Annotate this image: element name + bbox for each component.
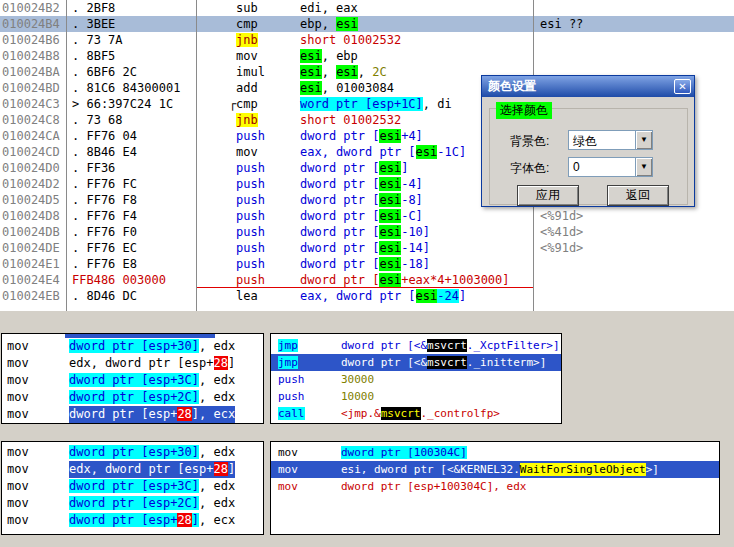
mnemonic: cmp [236, 96, 300, 112]
mnemonic: push [236, 160, 300, 176]
code-token: -8] [401, 193, 423, 207]
code-token: dword ptr [esp+ [69, 407, 177, 421]
bytes-cell: . FF76 F0 [67, 224, 197, 240]
code-token: jmp [278, 356, 298, 369]
panel-top-left: movdword ptr [esp+30], edxmovedx, dword … [1, 333, 264, 424]
bytes-cell: . FF76 F4 [67, 208, 197, 224]
operands: 10000 [341, 388, 374, 405]
code-token: mov [7, 356, 29, 370]
code-token: edx, dword ptr [esp+ [69, 462, 214, 476]
panel-row[interactable]: movdword ptr [esp+28], ecx [2, 406, 263, 423]
panel-row[interactable]: movedx, dword ptr [esp+28] [2, 461, 263, 478]
disasm-cell: subedi, eax [197, 0, 534, 16]
panel-row[interactable]: movdword ptr [esp+28], ecx [2, 512, 263, 529]
panel-bottom-right: movdword ptr [100304C]movesi, dword ptr … [270, 441, 720, 535]
address-cell: 010024EB [0, 288, 67, 304]
close-icon[interactable]: ✕ [674, 79, 691, 94]
chevron-down-icon[interactable]: ▼ [635, 158, 652, 176]
panel-row[interactable]: call<jmp.&msvcrt._controlfp> [271, 405, 561, 422]
panel-row[interactable]: movdword ptr [esp+3C], edx [2, 372, 263, 389]
operands: 30000 [341, 371, 374, 388]
panel-row[interactable]: jmpdword ptr [<&msvcrt._XcptFilter>] [271, 337, 561, 354]
panel-row[interactable]: movdword ptr [esp+3C], edx [2, 478, 263, 495]
code-token: mov [7, 390, 29, 404]
code-token: ebp, [300, 17, 336, 31]
code-token: msvcrt [427, 356, 467, 369]
background-color-value: 绿色 [569, 131, 635, 149]
code-token: dword ptr [esp+3C] [69, 479, 199, 493]
code-token: call [278, 407, 305, 420]
font-color-select[interactable]: 0 ▼ [568, 157, 653, 177]
operands: edx, dword ptr [esp+28] [69, 355, 235, 372]
column-separator [196, 0, 197, 311]
panel-row[interactable]: movedx, dword ptr [esp+28] [2, 355, 263, 372]
comment-cell: esi ?? [540, 16, 583, 32]
loop-bracket [229, 160, 236, 176]
code-token: push [236, 129, 265, 143]
mnemonic: add [236, 80, 300, 96]
panel-row[interactable]: push10000 [271, 388, 561, 405]
comment-cell: <%91d> [540, 240, 583, 256]
background-color-select[interactable]: 绿色 ▼ [568, 130, 653, 150]
disasm-row[interactable]: 010024B4. 3BEEcmpebp, esiesi ?? [0, 16, 734, 32]
panel-row[interactable]: movdword ptr [esp+100304C], edx [271, 478, 719, 495]
code-token: , edx [199, 373, 235, 387]
mnemonic: mov [271, 478, 341, 495]
code-token: esi [379, 257, 401, 271]
panel-row[interactable]: movesi, dword ptr [<&KERNEL32.WaitForSin… [271, 461, 719, 478]
return-button[interactable]: 返回 [607, 185, 669, 206]
code-token: dword ptr [ [300, 225, 379, 239]
operands: dword ptr [esi-8] [300, 192, 423, 208]
code-token: jnb [236, 113, 258, 127]
disasm-row[interactable]: 010024E4FFB486 003000pushdword ptr [esi+… [0, 272, 734, 288]
disasm-row[interactable]: 010024DE. FF76 ECpushdword ptr [esi-14]<… [0, 240, 734, 256]
disasm-row[interactable]: 010024EB. 8D46 DCleaeax, dword ptr [esi-… [0, 288, 734, 304]
disasm-row[interactable]: 010024E1. FF76 E8pushdword ptr [esi-18] [0, 256, 734, 272]
panel-row[interactable]: push30000 [271, 371, 561, 388]
panel-row[interactable]: movdword ptr [100304C] [271, 444, 719, 461]
panel-row[interactable]: movdword ptr [esp+2C], edx [2, 389, 263, 406]
mnemonic: push [236, 240, 300, 256]
code-token: esi [300, 81, 322, 95]
loop-bracket [229, 48, 236, 64]
panel-row[interactable]: movdword ptr [esp+30], edx [2, 444, 263, 461]
code-token: , 01003084 [322, 81, 394, 95]
operands: esi, esi, 2C [300, 64, 387, 80]
dialog-titlebar[interactable]: 颜色设置 ✕ [482, 76, 694, 97]
mnemonic: push [236, 192, 300, 208]
operands: dword ptr [100304C] [341, 444, 467, 461]
dialog-title: 颜色设置 [488, 78, 674, 95]
panel-row[interactable]: movdword ptr [esp+2C], edx [2, 495, 263, 512]
code-token: 28 [177, 513, 191, 527]
code-token: add [236, 81, 258, 95]
loop-bracket [229, 208, 236, 224]
code-token: dword ptr [esp+2C] [69, 390, 199, 404]
disasm-row[interactable]: 010024B8. 8BF5movesi, ebp [0, 48, 734, 64]
bytes-cell: . 8D46 DC [67, 288, 197, 304]
disasm-row[interactable]: 010024D8. FF76 F4pushdword ptr [esi-C]<%… [0, 208, 734, 224]
code-token: +4] [401, 129, 423, 143]
code-token: ] [401, 161, 408, 175]
disasm-row[interactable]: 010024B6. 73 7Ajnbshort 01002532 [0, 32, 734, 48]
panel-row[interactable]: jmpdword ptr [<&msvcrt._initterm>] [271, 354, 561, 371]
code-token: dword ptr [esp+2C] [69, 496, 199, 510]
code-token: 28 [214, 462, 228, 476]
loop-bracket [229, 128, 236, 144]
code-token: 2C [372, 65, 386, 79]
mnemonic: push [236, 256, 300, 272]
code-token: esi [416, 145, 438, 159]
code-token: mov [7, 479, 29, 493]
panel-row[interactable]: movdword ptr [esp+30], edx [2, 338, 263, 355]
code-token: dword ptr [100304C] [341, 446, 467, 459]
operands: dword ptr [esi-4] [300, 176, 423, 192]
code-token: , ecx [199, 513, 235, 527]
code-token: esi [336, 17, 358, 31]
address-cell: 010024B4 [0, 16, 67, 32]
code-token: , edx [199, 339, 235, 353]
apply-button[interactable]: 应用 [517, 185, 579, 206]
chevron-down-icon[interactable]: ▼ [635, 131, 652, 149]
operands: dword ptr [<&msvcrt._XcptFilter>] [341, 337, 560, 354]
operands: dword ptr [esi-C] [300, 208, 423, 224]
disasm-row[interactable]: 010024DB. FF76 F0pushdword ptr [esi-10]<… [0, 224, 734, 240]
disasm-row[interactable]: 010024B2. 2BF8subedi, eax [0, 0, 734, 16]
